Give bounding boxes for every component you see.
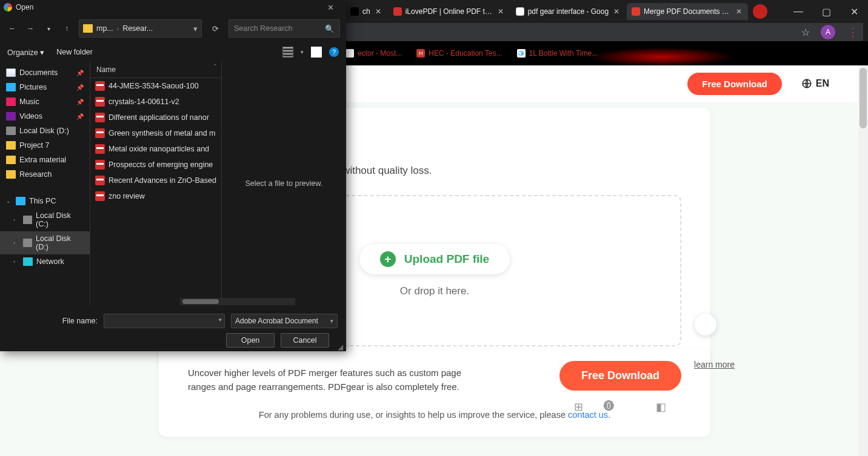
filename-label: File name: [8,317,98,325]
nav-tree: Documents📌Pictures📌Music📌Videos📌Local Di… [0,62,90,305]
upload-button[interactable]: + Upload PDF file [359,244,510,274]
pdf-icon [95,176,105,185]
close-icon[interactable]: ✕ [612,7,621,16]
cancel-button[interactable]: Cancel [281,333,329,348]
file-list: Name⌃ 44-JMES-3534-Saoud-100crystals-14-… [90,62,221,305]
search-input[interactable]: Search Research 🔍 [229,19,340,38]
windows-icon: ⊞ [574,400,583,414]
organize-menu[interactable]: Organize ▾ [7,48,44,57]
pin-icon: 📌 [76,84,84,91]
dialog-close-button[interactable]: ✕ [318,3,342,12]
folder-icon [83,24,93,33]
platform-icons: ⊞ 🅞 ◧ [574,400,666,414]
tree-item[interactable]: Documents📌 [0,65,90,80]
file-open-dialog: Open ✕ ← → ▾ ↑ mp... › Resear... ▾ ⟳ Sea… [0,0,346,351]
profile-avatar[interactable]: A [821,25,835,39]
globe-icon [801,78,812,89]
pin-icon: 📌 [76,99,84,105]
pdf-icon [95,97,105,107]
new-folder-button[interactable]: New folder [56,48,93,56]
pin-icon: 📌 [76,113,84,120]
bookmark-item[interactable]: ector - Most... [346,49,402,58]
chevron-down-icon[interactable]: ▾ [219,317,222,323]
window-controls: — ▢ ✕ [784,0,868,23]
tree-network[interactable]: ›Network [0,254,90,269]
plus-icon: + [380,251,396,267]
android-icon: ◧ [656,400,666,414]
free-download-button-large[interactable]: Free Download [559,361,681,391]
file-row[interactable]: Metal oxide nanoparticles and [90,141,221,157]
open-button[interactable]: Open [226,333,275,348]
new-tab-button[interactable] [753,4,767,19]
address-bar[interactable]: ☆ A ⋮ [346,23,863,41]
dialog-title: Open [16,3,318,12]
close-icon[interactable]: ✕ [735,7,743,16]
free-download-button[interactable]: Free Download [687,73,782,95]
pdf-icon [95,191,105,201]
kebab-menu-icon[interactable]: ⋮ [847,25,858,39]
preview-pane-button[interactable] [311,47,322,58]
language-switch[interactable]: EN [801,78,829,89]
back-button[interactable]: ← [6,24,18,33]
maximize-button[interactable]: ▢ [812,0,840,23]
tree-item[interactable]: Project 7 [0,138,90,153]
chevron-down-icon[interactable]: ▾ [193,24,198,33]
column-header-name[interactable]: Name⌃ [90,62,221,78]
promo-card: Uncover higher levels of PDF merger feat… [159,349,710,437]
tab-3[interactable]: Merge PDF Documents On✕ [627,3,748,20]
file-row[interactable]: Recent Advances in ZnO-Based [90,173,221,188]
file-row[interactable]: zno review [90,188,221,204]
tree-this-pc[interactable]: ⌄This PC [0,194,90,208]
tree-item[interactable]: Local Disk (D:) [0,124,90,138]
tab-2[interactable]: pdf gear interface - Goog✕ [511,3,626,20]
breadcrumb-path[interactable]: mp... › Resear... ▾ [79,19,202,38]
pdf-icon [95,160,105,170]
tree-drive[interactable]: ›Local Disk (D:) [0,231,90,254]
up-button[interactable]: ↑ [61,24,73,33]
bookmark-item[interactable]: 🧊1L Bottle With Time... [517,49,598,58]
refresh-button[interactable]: ⟳ [208,24,222,33]
tab-1[interactable]: iLovePDF | Online PDF too✕ [389,3,510,20]
minimize-button[interactable]: — [784,0,812,23]
page-scrollbar[interactable] [858,65,868,456]
file-row[interactable]: 44-JMES-3534-Saoud-100 [90,78,221,94]
tree-item[interactable]: Extra material [0,153,90,167]
tree-item[interactable]: Research [0,167,90,182]
view-mode-button[interactable] [282,47,293,58]
tree-drive[interactable]: ›Local Disk (C:) [0,208,90,231]
close-icon[interactable]: ✕ [496,7,505,16]
tree-item[interactable]: Videos📌 [0,109,90,124]
tree-item[interactable]: Pictures📌 [0,80,90,94]
search-icon: 🔍 [325,24,335,33]
file-row[interactable]: Different applications of nanor [90,110,221,125]
file-row[interactable]: crystals-14-00611-v2 [90,94,221,110]
tree-item[interactable]: Music📌 [0,94,90,109]
macos-icon: 🅞 [604,400,615,414]
promo-text: Uncover higher levels of PDF merger feat… [188,366,479,394]
pin-icon: 📌 [76,70,84,76]
file-row[interactable]: Green synthesis of metal and m [90,125,221,141]
resize-grip[interactable]: ◢ [338,343,345,350]
chrome-icon [4,3,12,12]
filename-input[interactable]: ▾ [104,314,225,328]
file-row[interactable]: Prospeccts of emerging engine [90,157,221,173]
pdf-icon [95,128,105,138]
filetype-select[interactable]: Adobe Acrobat Document▾ [231,314,338,328]
bookmark-item[interactable]: HHEC - Education Tes... [416,49,502,58]
pdf-icon [95,144,105,154]
bookmark-star-icon[interactable]: ☆ [801,27,810,38]
drop-hint: Or drop it here. [400,285,469,297]
pdf-icon [95,81,105,91]
tab-0[interactable]: ch✕ [346,3,387,20]
recent-dropdown[interactable]: ▾ [42,25,55,32]
forward-button[interactable]: → [24,24,36,33]
help-icon[interactable]: ? [329,47,339,57]
preview-pane: Select a file to preview. [221,62,346,305]
side-handle[interactable] [695,314,716,335]
pdf-icon [95,113,105,122]
learn-more-link[interactable]: learn more [694,360,735,369]
horizontal-scrollbar[interactable] [180,298,295,305]
close-icon[interactable]: ✕ [374,7,382,16]
close-window-button[interactable]: ✕ [840,0,868,23]
